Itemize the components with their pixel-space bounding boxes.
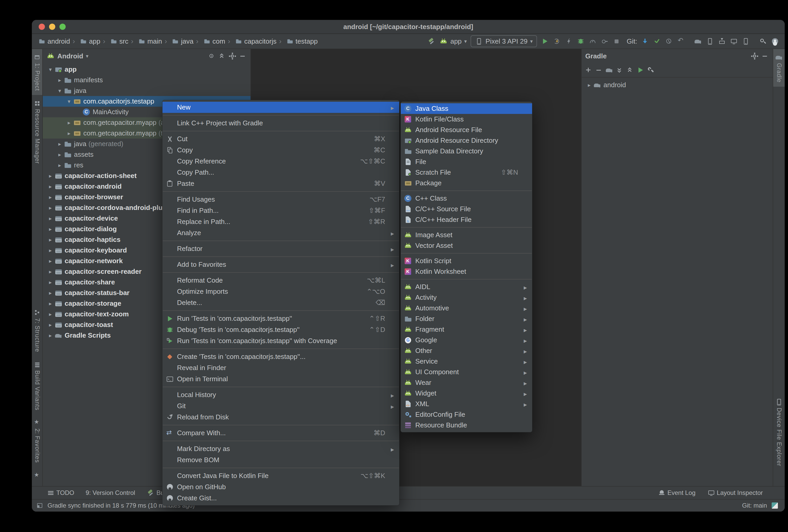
chevron-down-icon[interactable]: ▾	[86, 53, 88, 59]
apply-changes-icon[interactable]	[553, 37, 561, 45]
breadcrumb-item[interactable]: › java	[162, 37, 193, 45]
submenu-item[interactable]: Kotlin File/Class	[401, 114, 532, 124]
context-menu-item[interactable]: Copy ⌘C	[162, 144, 399, 156]
update-project-icon[interactable]	[641, 37, 649, 45]
hide-icon[interactable]	[238, 52, 247, 60]
expand-arrow-icon[interactable]	[46, 269, 54, 275]
rollback-icon[interactable]	[677, 37, 685, 45]
tree-item[interactable]: app	[43, 64, 251, 75]
device-select[interactable]: Pixel 3 API 29 ▾	[471, 35, 537, 47]
breadcrumb-item[interactable]: › com	[193, 37, 225, 45]
submenu-item[interactable]: Android Resource Directory	[401, 135, 532, 146]
avatar-icon[interactable]	[771, 37, 779, 45]
breadcrumb-item[interactable]: › src	[100, 37, 128, 45]
context-menu-item[interactable]: Run 'Tests in 'com.capacitorjs.testapp''…	[162, 313, 399, 324]
gradle-settings-wrench-icon[interactable]	[647, 66, 655, 74]
context-menu-item[interactable]: Cut ⌘X	[162, 133, 399, 144]
tool-window-button[interactable]: 7: Structure	[32, 304, 42, 356]
context-menu-item[interactable]: Copy Path...	[162, 167, 399, 178]
favorites-star-icon[interactable]	[33, 472, 41, 480]
submenu-item[interactable]: Resource Bundle	[401, 420, 532, 431]
context-menu-item[interactable]: Find Usages ⌥F7	[162, 194, 399, 205]
context-menu-item[interactable]: Open on GitHub	[162, 481, 399, 493]
build-hammer-icon[interactable]	[428, 37, 436, 45]
submenu-item[interactable]: Automotive	[401, 303, 532, 314]
submenu-item[interactable]: C/C++ Header File	[401, 214, 532, 225]
context-menu-item[interactable]: Copy Reference ⌥⇧⌘C	[162, 156, 399, 167]
submenu-item[interactable]: Folder	[401, 314, 532, 324]
expand-arrow-icon[interactable]	[46, 290, 54, 296]
close-button[interactable]	[39, 24, 45, 30]
expand-arrow-icon[interactable]	[65, 120, 73, 126]
context-menu-item[interactable]: Analyze	[162, 227, 399, 238]
locate-icon[interactable]	[208, 52, 216, 60]
tool-window-button[interactable]: Gradle	[773, 49, 785, 87]
context-menu-item[interactable]: Reformat Code ⌥⌘L	[162, 275, 399, 286]
sdk-manager-icon[interactable]	[718, 37, 726, 45]
tool-window-button[interactable]: Event Log	[657, 489, 695, 497]
expand-arrow-icon[interactable]	[56, 88, 64, 94]
tool-windows-icon[interactable]	[36, 501, 44, 510]
debug-icon[interactable]	[576, 37, 585, 45]
expand-arrow-icon[interactable]	[56, 77, 64, 83]
context-menu-item[interactable]: Convert Java File to Kotlin File ⌥⇧⌘K	[162, 470, 399, 481]
expand-arrow-icon[interactable]	[46, 332, 54, 339]
stop-icon[interactable]	[612, 37, 620, 45]
submenu-item[interactable]: Other	[401, 346, 532, 356]
add-icon[interactable]	[584, 66, 593, 74]
submenu-item[interactable]: AIDL	[401, 281, 532, 292]
ideavim-icon[interactable]	[771, 501, 779, 510]
context-menu-item[interactable]: Reload from Disk	[162, 412, 399, 423]
tool-window-button[interactable]: 1: Project	[32, 49, 42, 95]
expand-arrow-icon[interactable]	[585, 82, 593, 88]
tree-item[interactable]: manifests	[43, 75, 251, 85]
layout-inspector-icon[interactable]	[730, 37, 738, 45]
expand-arrow-icon[interactable]	[46, 173, 54, 179]
submenu-item[interactable]: Android Resource File	[401, 124, 532, 135]
tool-window-button[interactable]: 2: Favorites	[32, 414, 42, 467]
expand-arrow-icon[interactable]	[46, 258, 54, 264]
submenu-item[interactable]: Fragment	[401, 324, 532, 335]
context-menu-item[interactable]: Mark Directory as	[162, 443, 399, 454]
run-configuration-select[interactable]: app ▾	[439, 37, 467, 45]
context-menu-item[interactable]: Create 'Tests in 'com.capacitorjs.testap…	[162, 351, 399, 362]
context-menu-item[interactable]: Refactor	[162, 243, 399, 254]
expand-arrow-icon[interactable]	[46, 311, 54, 317]
submenu-item[interactable]: Widget	[401, 388, 532, 399]
expand-arrow-icon[interactable]	[46, 215, 54, 222]
tool-window-button[interactable]: Build Variants	[32, 356, 42, 414]
context-menu-item[interactable]: Paste ⌘V	[162, 178, 399, 189]
settings-gear-icon[interactable]	[228, 52, 236, 60]
expand-arrow-icon[interactable]	[46, 237, 54, 243]
expand-arrow-icon[interactable]	[46, 66, 54, 73]
tool-window-button[interactable]: TODO	[46, 489, 74, 497]
expand-all-icon[interactable]	[615, 66, 624, 74]
expand-arrow-icon[interactable]	[46, 322, 54, 328]
apply-code-changes-icon[interactable]	[565, 37, 573, 45]
submenu-item[interactable]: XML	[401, 399, 532, 409]
submenu-item[interactable]: Java Class	[401, 103, 532, 114]
git-branch-widget[interactable]: Git: main	[742, 502, 767, 509]
expand-arrow-icon[interactable]	[56, 162, 64, 169]
breadcrumb-item[interactable]: › app	[70, 37, 100, 45]
context-menu-item[interactable]: Optimize Imports ⌃⌥O	[162, 286, 399, 297]
submenu-item[interactable]: Image Asset	[401, 230, 532, 240]
collapse-all-icon[interactable]	[626, 66, 634, 74]
submenu-item[interactable]: Scratch File ⇧⌘N	[401, 167, 532, 178]
tree-item[interactable]: android	[582, 80, 773, 90]
run-icon[interactable]	[540, 37, 549, 45]
submenu-item[interactable]: File	[401, 157, 532, 167]
context-menu-item[interactable]: Run 'Tests in 'com.capacitorjs.testapp''…	[162, 335, 399, 347]
tool-window-button[interactable]: 9: Version Control	[86, 489, 135, 496]
remove-icon[interactable]	[595, 66, 603, 74]
context-menu-item[interactable]: Local History	[162, 389, 399, 400]
context-menu-item[interactable]: Debug 'Tests in 'com.capacitorjs.testapp…	[162, 324, 399, 335]
expand-arrow-icon[interactable]	[46, 194, 54, 200]
breadcrumb-item[interactable]: › android	[38, 37, 70, 45]
title-bar[interactable]: android [~/git/capacitor-testapp/android…	[32, 20, 785, 34]
expand-arrow-icon[interactable]	[46, 183, 54, 190]
tool-window-button[interactable]: Device File Explorer	[773, 394, 785, 471]
submenu-item[interactable]: C++ Class	[401, 193, 532, 204]
profiler-icon[interactable]	[588, 37, 597, 45]
breadcrumb-item[interactable]: › capacitorjs	[225, 37, 277, 45]
